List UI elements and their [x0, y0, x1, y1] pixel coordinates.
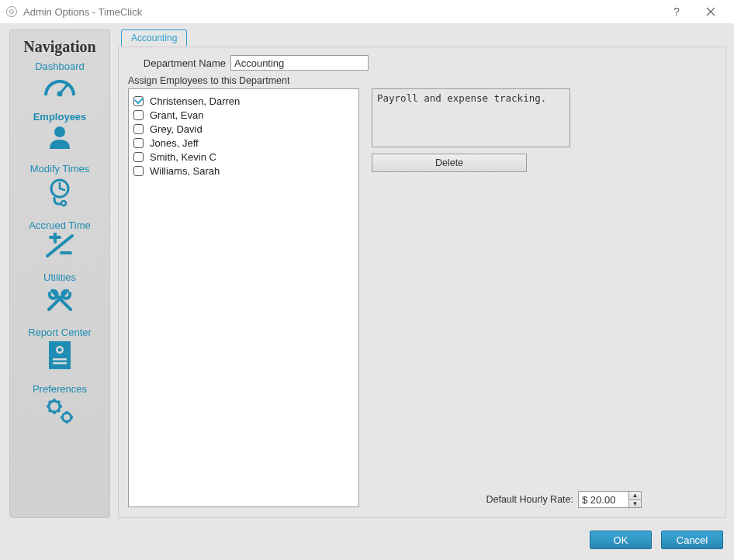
accrued-time-icon	[10, 233, 109, 259]
employee-checkbox[interactable]	[133, 152, 144, 162]
svg-point-15	[58, 348, 62, 352]
svg-line-25	[58, 401, 60, 403]
department-name-label: Department Name	[128, 57, 226, 69]
report-center-icon	[10, 340, 109, 371]
employee-row[interactable]: Christensen, Darren	[133, 94, 354, 108]
nav-item-label: Employees	[10, 111, 109, 123]
employee-name: Williams, Sarah	[150, 165, 220, 177]
nav-item-accrued-time[interactable]: Accrued Time	[10, 220, 109, 259]
default-hourly-rate-label: Default Hourly Rate:	[486, 494, 573, 505]
nav-item-label: Preferences	[10, 383, 109, 395]
employee-name: Grant, Evan	[150, 109, 203, 121]
default-hourly-rate-row: Default Hourly Rate: ▲ ▼	[486, 491, 642, 508]
title-bar: Admin Options - TimeClick ?	[0, 0, 734, 23]
svg-point-27	[63, 413, 71, 422]
employee-row[interactable]: Williams, Sarah	[133, 164, 354, 178]
utilities-icon	[10, 285, 109, 314]
preferences-icon	[10, 396, 109, 426]
ok-button[interactable]: OK	[590, 531, 652, 549]
delete-button[interactable]: Delete	[372, 154, 527, 172]
svg-point-18	[49, 401, 60, 412]
svg-line-3	[60, 85, 68, 94]
department-name-input[interactable]	[230, 55, 369, 71]
svg-rect-16	[53, 358, 67, 361]
svg-line-23	[49, 401, 50, 403]
default-hourly-rate-field: ▲ ▼	[578, 491, 642, 508]
default-hourly-rate-input[interactable]	[579, 492, 628, 507]
department-name-row: Department Name	[128, 55, 716, 71]
employee-row[interactable]: Grant, Evan	[133, 108, 354, 122]
employee-name: Jones, Jeff	[150, 137, 199, 149]
employee-checkbox[interactable]	[133, 96, 144, 106]
department-panel: Department Name Assign Employees to this…	[118, 47, 726, 518]
nav-item-employees[interactable]: Employees	[10, 111, 109, 150]
dashboard-icon	[10, 74, 109, 99]
close-icon	[706, 7, 715, 16]
tab-strip: Accounting	[118, 29, 726, 47]
navigation-heading: Navigation	[10, 38, 109, 56]
nav-item-dashboard[interactable]: Dashboard	[10, 60, 109, 99]
employee-name: Grey, David	[150, 123, 203, 135]
svg-rect-13	[49, 341, 71, 369]
svg-point-4	[54, 126, 65, 137]
cancel-button[interactable]: Cancel	[661, 531, 723, 549]
nav-item-modify-times[interactable]: Modify Times	[10, 163, 109, 207]
tab-accounting[interactable]: Accounting	[121, 29, 187, 47]
employee-row[interactable]: Jones, Jeff	[133, 136, 354, 150]
employee-row[interactable]: Grey, David	[133, 122, 354, 136]
employee-checkbox[interactable]	[133, 124, 144, 134]
svg-line-7	[60, 188, 64, 190]
employees-icon	[10, 124, 109, 150]
nav-item-label: Accrued Time	[10, 220, 109, 231]
close-button[interactable]	[694, 0, 728, 23]
nav-item-label: Report Center	[10, 327, 109, 338]
nav-item-label: Modify Times	[10, 163, 109, 175]
window-body: Navigation Dashboard Employees	[0, 23, 734, 560]
modify-times-icon	[10, 176, 109, 207]
navigation-sidebar: Navigation Dashboard Employees	[9, 29, 110, 518]
content-area: Accounting Department Name Assign Employ…	[118, 29, 726, 518]
employee-checkbox[interactable]	[133, 138, 144, 148]
employee-checkbox[interactable]	[133, 166, 144, 176]
employee-row[interactable]: Smith, Kevin C	[133, 150, 354, 164]
employee-name: Christensen, Darren	[150, 95, 240, 107]
svg-point-8	[61, 201, 66, 206]
nav-item-label: Utilities	[10, 271, 109, 283]
svg-rect-17	[53, 362, 67, 365]
rate-spin-up[interactable]: ▲	[629, 492, 641, 500]
help-button[interactable]: ?	[660, 0, 694, 23]
nav-item-utilities[interactable]: Utilities	[10, 271, 109, 314]
rate-spinner: ▲ ▼	[628, 492, 641, 507]
rate-spin-down[interactable]: ▼	[629, 500, 641, 508]
nav-item-label: Dashboard	[10, 60, 109, 72]
window-title: Admin Options - TimeClick	[23, 6, 660, 18]
employee-checkbox[interactable]	[133, 110, 144, 120]
nav-item-preferences[interactable]: Preferences	[10, 383, 109, 426]
department-description-box[interactable]	[372, 88, 570, 147]
app-icon	[6, 6, 17, 17]
nav-item-report-center[interactable]: Report Center	[10, 327, 109, 371]
employee-name: Smith, Kevin C	[150, 151, 216, 163]
dialog-footer: OK Cancel	[590, 531, 723, 549]
employee-list[interactable]: Christensen, DarrenGrant, EvanGrey, Davi…	[128, 88, 359, 507]
svg-line-24	[58, 410, 60, 412]
assign-employees-label: Assign Employees to this Department	[128, 75, 716, 86]
svg-line-26	[49, 410, 50, 412]
